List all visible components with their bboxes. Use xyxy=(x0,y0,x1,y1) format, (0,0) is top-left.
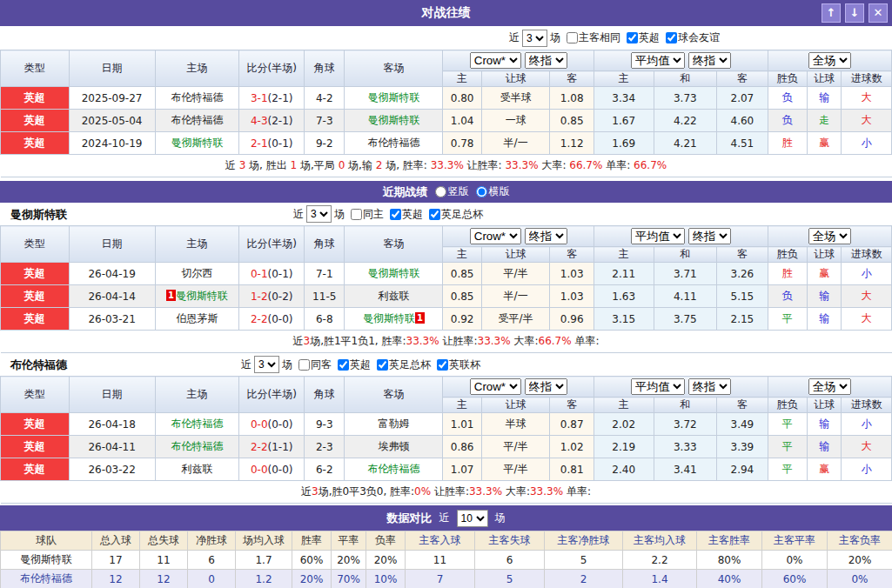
odds-home: 0.85 xyxy=(443,263,481,285)
col-ha-draw-rate: 主客平率 xyxy=(762,531,828,551)
corner-score: 7-1 xyxy=(305,263,345,285)
data-comparison-bar: 数据对比 近 10 场 xyxy=(0,505,892,531)
horizontal-layout-radio[interactable]: 横版 xyxy=(476,184,510,199)
fa-cup-checkbox[interactable]: 英足总杯 xyxy=(429,207,483,222)
stat-cell: 1.2 xyxy=(236,570,292,588)
summary-seg: 3 xyxy=(304,335,311,347)
h2h-games-select[interactable]: 3 xyxy=(522,30,547,47)
col-win-rate: 胜率 xyxy=(292,531,332,551)
same-home-checkbox[interactable]: 同主 xyxy=(351,207,384,222)
avg-select[interactable]: 平均值 xyxy=(631,378,685,395)
same-home-away-checkbox[interactable]: 主客相同 xyxy=(567,30,620,45)
league-badge: 英超 xyxy=(1,132,70,155)
home-team: 切尔西 xyxy=(155,263,239,285)
summary-seg: 近 xyxy=(293,335,304,347)
col-home: 主场 xyxy=(155,377,239,413)
score: 1-2(0-2) xyxy=(239,285,305,308)
scope-select[interactable]: 全场 xyxy=(808,228,851,244)
col-handicap-result: 让球 xyxy=(808,398,842,413)
col-odds-home: 主 xyxy=(443,398,481,413)
col-goal-diff: 净胜球 xyxy=(188,531,236,551)
odds-away: 0.85 xyxy=(550,110,594,132)
summary-seg: 场,胜1平1负1, 胜率: xyxy=(310,335,406,347)
odds-final-select[interactable]: 终指 xyxy=(525,378,567,395)
score: 3-1(2-1) xyxy=(239,87,305,110)
result-wdl: 平 xyxy=(768,308,807,331)
handicap: 平/半 xyxy=(481,436,550,458)
brentford-summary: 近3场,胜0平3负0, 胜率:0% 让胜率:33.3% 大率:33.3% 单率: xyxy=(1,481,892,504)
result-wdl: 平 xyxy=(768,458,807,481)
odds-company-select[interactable]: Crow* xyxy=(470,228,521,244)
table-row: 英超 2024-10-19 曼彻斯特联 2-1(0-1) 9-2 布伦特福德 0… xyxy=(1,132,892,155)
fa-cup-checkbox[interactable]: 英足总杯 xyxy=(377,357,431,372)
odds-final-select[interactable]: 终指 xyxy=(525,52,567,69)
close-button[interactable]: ✕ xyxy=(869,3,888,23)
home-team: 布伦特福德 xyxy=(155,413,239,436)
premier-league-checkbox[interactable]: 英超 xyxy=(338,357,371,372)
premier-league-checkbox[interactable]: 英超 xyxy=(390,207,423,222)
handicap: 受平/半 xyxy=(481,308,550,331)
handicap: 半/一 xyxy=(481,132,550,155)
odds-company-select[interactable]: Crow* xyxy=(470,378,521,395)
scope-select[interactable]: 全场 xyxy=(808,378,851,395)
odds-away: 1.03 xyxy=(550,285,594,308)
away-team: 曼彻斯特联 xyxy=(345,87,443,110)
brentford-section-header: 布伦特福德 近 3 场 同客 英超 英足总杯 英联杯 xyxy=(0,353,892,376)
avg-final-select[interactable]: 终指 xyxy=(688,378,731,395)
col-corner: 角球 xyxy=(305,226,345,263)
result-handicap: 赢 xyxy=(808,458,842,481)
result-goals: 小 xyxy=(842,413,892,436)
result-goals: 大 xyxy=(842,110,892,132)
col-corner: 角球 xyxy=(305,377,345,413)
summary-seg: 33.3% xyxy=(505,159,538,171)
result-wdl: 平 xyxy=(768,413,807,436)
col-avg-away: 客 xyxy=(717,71,768,87)
games-unit-label: 场 xyxy=(334,207,345,222)
avg-draw: 3.72 xyxy=(654,413,717,436)
result-goals: 大 xyxy=(842,436,892,458)
united-summary-row: 近3场,胜1平1负1, 胜率:33.3% 让胜率:33.3% 大率:66.7% … xyxy=(1,331,892,353)
avg-select[interactable]: 平均值 xyxy=(631,228,685,244)
col-handicap-result: 让球 xyxy=(808,71,842,87)
odds-away: 1.02 xyxy=(550,436,594,458)
result-wdl: 胜 xyxy=(768,132,807,155)
home-team: 利兹联 xyxy=(155,458,239,481)
comparison-games-select[interactable]: 10 xyxy=(457,510,488,527)
move-down-button[interactable]: ↓ xyxy=(845,3,864,23)
club-friendly-checkbox[interactable]: 球会友谊 xyxy=(666,30,720,45)
home-team: 伯恩茅斯 xyxy=(155,308,239,331)
stat-cell: 70% xyxy=(332,570,366,588)
summary-seg: 大率: xyxy=(502,485,530,498)
summary-seg: 让胜率: xyxy=(431,485,469,498)
brentford-games-select[interactable]: 3 xyxy=(254,356,279,373)
united-games-select[interactable]: 3 xyxy=(306,205,332,223)
avg-final-select[interactable]: 终指 xyxy=(688,52,731,69)
same-away-checkbox[interactable]: 同客 xyxy=(298,357,332,372)
summary-seg: 33.3% xyxy=(431,159,464,171)
h2h-table: 类型 日期 主场 比分(半场) 角球 客场 Crow* 终指 平均值 终指 全场… xyxy=(0,50,892,177)
odds-company-select[interactable]: Crow* xyxy=(470,52,521,69)
stat-cell: 80% xyxy=(697,551,762,570)
scope-select[interactable]: 全场 xyxy=(808,52,851,69)
move-up-button[interactable]: ↑ xyxy=(822,3,841,23)
odds-final-select[interactable]: 终指 xyxy=(525,228,567,244)
score: 0-0(0-0) xyxy=(239,458,305,481)
result-handicap: 走 xyxy=(808,110,842,132)
stat-cell: 11 xyxy=(140,551,188,570)
odds-home: 0.78 xyxy=(443,132,481,155)
corner-score: 11-5 xyxy=(305,285,345,308)
premier-league-checkbox[interactable]: 英超 xyxy=(627,30,660,45)
odds-away: 1.03 xyxy=(550,263,594,285)
col-avg-draw: 和 xyxy=(654,398,717,413)
summary-seg: 大率: xyxy=(539,159,570,171)
avg-away: 2.07 xyxy=(717,87,768,110)
avg-select-cell: 平均值 终指 xyxy=(594,377,768,398)
vertical-layout-radio[interactable]: 竖版 xyxy=(435,184,469,199)
summary-seg: 场, 胜出 xyxy=(245,159,290,171)
col-type: 类型 xyxy=(1,377,70,413)
result-goals: 小 xyxy=(842,263,892,285)
summary-seg: 单率: xyxy=(563,485,591,498)
avg-select[interactable]: 平均值 xyxy=(631,52,685,69)
league-cup-checkbox[interactable]: 英联杯 xyxy=(437,357,480,372)
avg-final-select[interactable]: 终指 xyxy=(688,228,731,244)
